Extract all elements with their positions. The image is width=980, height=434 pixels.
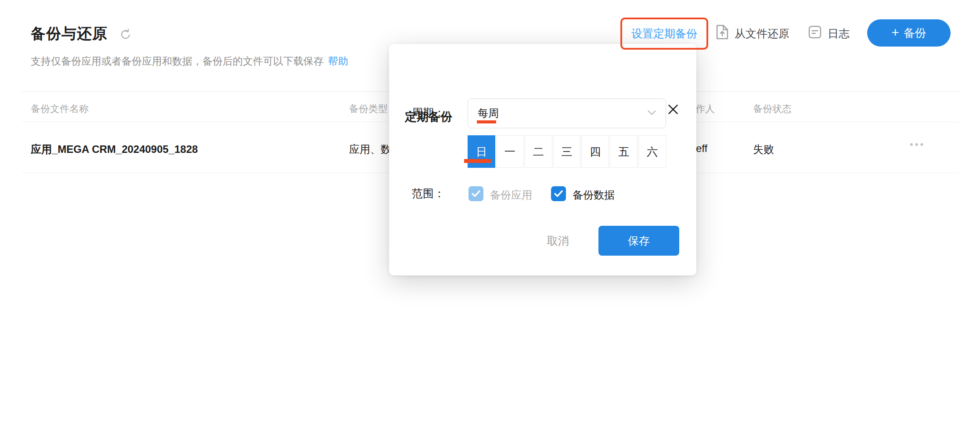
row-more-actions-icon[interactable]: ••• bbox=[910, 139, 925, 150]
save-button[interactable]: 保存 bbox=[598, 226, 679, 256]
day-option-thu[interactable]: 四 bbox=[581, 135, 609, 168]
logs-label: 日志 bbox=[828, 26, 850, 41]
log-icon bbox=[808, 25, 822, 42]
new-backup-label: 备份 bbox=[904, 25, 926, 41]
scheduled-backup-dialog: 定期备份 周期： 每周 日 一 二 三 四 五 六 bbox=[389, 44, 696, 275]
scope-label: 范围： bbox=[412, 186, 445, 201]
cell-status: 失败 bbox=[753, 142, 774, 156]
backup-restore-page: 备份与还原 支持仅备份应用或者备份应用和数据，备份后的文件可以下载保存帮助 设置… bbox=[0, 0, 980, 434]
cell-file-name: 应用_MEGA CRM_20240905_1828 bbox=[31, 142, 198, 156]
backup-app-checkbox bbox=[468, 186, 483, 201]
col-header-status: 备份状态 bbox=[753, 102, 792, 116]
plus-icon: + bbox=[891, 26, 899, 39]
page-title: 备份与还原 bbox=[31, 24, 108, 44]
day-option-wed[interactable]: 三 bbox=[553, 135, 581, 168]
weekday-selector: 日 一 二 三 四 五 六 bbox=[468, 135, 666, 168]
cycle-label: 周期： bbox=[412, 105, 445, 120]
set-scheduled-backup-button[interactable]: 设置定期备份 bbox=[620, 18, 708, 50]
refresh-icon[interactable] bbox=[119, 28, 132, 40]
close-icon[interactable] bbox=[667, 103, 680, 116]
help-link[interactable]: 帮助 bbox=[328, 55, 348, 67]
restore-from-file-label: 从文件还原 bbox=[735, 26, 789, 41]
new-backup-button[interactable]: + 备份 bbox=[867, 19, 951, 47]
page-subtitle-row: 支持仅备份应用或者备份应用和数据，备份后的文件可以下载保存帮助 bbox=[31, 54, 348, 68]
cycle-select[interactable]: 每周 bbox=[468, 98, 666, 128]
logs-button[interactable]: 日志 bbox=[808, 25, 850, 42]
cycle-select-value: 每周 bbox=[478, 106, 499, 120]
day-option-tue[interactable]: 二 bbox=[525, 135, 552, 168]
backup-app-checkbox-label: 备份应用 bbox=[490, 188, 532, 202]
col-header-type: 备份类型 bbox=[349, 102, 388, 116]
backup-data-checkbox-label: 备份数据 bbox=[573, 188, 615, 202]
day-option-sun[interactable]: 日 bbox=[468, 135, 495, 168]
cancel-button[interactable]: 取消 bbox=[536, 226, 580, 256]
day-option-fri[interactable]: 五 bbox=[610, 135, 638, 168]
restore-from-file-button[interactable]: 从文件还原 bbox=[716, 25, 789, 42]
chevron-down-icon bbox=[648, 109, 656, 117]
day-option-mon[interactable]: 一 bbox=[496, 135, 524, 168]
upload-file-icon bbox=[716, 24, 729, 43]
day-option-sat[interactable]: 六 bbox=[638, 135, 666, 168]
col-header-file-name: 备份文件名称 bbox=[31, 102, 89, 116]
page-subtitle: 支持仅备份应用或者备份应用和数据，备份后的文件可以下载保存 bbox=[31, 55, 324, 67]
backup-data-checkbox[interactable] bbox=[551, 186, 566, 201]
